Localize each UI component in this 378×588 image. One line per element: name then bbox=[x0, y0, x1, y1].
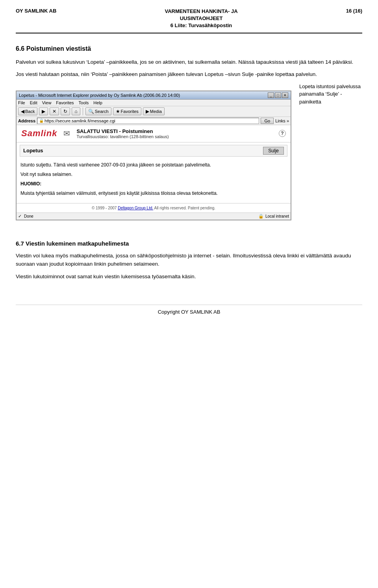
home-button[interactable]: ⌂ bbox=[72, 107, 80, 115]
refresh-icon: ↻ bbox=[63, 109, 67, 114]
page-footer: Copyright OY SAMLINK AB bbox=[16, 305, 362, 315]
section-6-7-para2: Viestin lukutoiminnot ovat samat kuin vi… bbox=[16, 272, 362, 281]
close-button[interactable]: ✕ bbox=[282, 92, 288, 98]
forward-icon: ▶ bbox=[42, 109, 45, 114]
status-intranet: Local intranet bbox=[265, 214, 289, 218]
browser-statusbar: ✓ Done 🔒 Local intranet bbox=[17, 213, 291, 220]
browser-addressbar: Address 🔒 https://secure.samlink.fi/mess… bbox=[17, 117, 291, 125]
menu-tools[interactable]: Tools bbox=[79, 100, 89, 105]
address-value: https://secure.samlink.fi/message.cgi bbox=[44, 118, 115, 123]
section-6-7-heading: 6.7 Viestin lukeminen matkapuhelimesta bbox=[16, 240, 362, 247]
content-line1: Istunto suljettu. Tämä viesti vanhenee 2… bbox=[20, 161, 287, 168]
header-center: VARMENTEEN HANKINTA- JA UUSINTAOHJEET 6 … bbox=[165, 8, 237, 30]
media-button[interactable]: ▶ Media bbox=[143, 107, 165, 115]
page-header: OY SAMLINK AB VARMENTEEN HANKINTA- JA UU… bbox=[16, 8, 362, 33]
browser-title-text: Lopetus - Microsoft Internet Explorer pr… bbox=[19, 93, 180, 98]
side-note: Lopeta istuntosi palvelussa painamalla ‘… bbox=[299, 83, 362, 106]
media-label: Media bbox=[150, 109, 162, 114]
favorites-label: Favorites bbox=[121, 109, 139, 114]
search-icon: 🔍 bbox=[88, 109, 94, 114]
lopetus-title: Lopetus bbox=[23, 148, 43, 153]
lock-icon: 🔒 bbox=[39, 118, 44, 123]
forward-button[interactable]: ▶ bbox=[39, 107, 48, 115]
status-done: Done bbox=[24, 214, 33, 218]
browser-inner-content: Istunto suljettu. Tämä viesti vanhenee 2… bbox=[17, 159, 291, 202]
stop-icon: ✕ bbox=[52, 109, 56, 114]
browser-window: Lopetus - Microsoft Internet Explorer pr… bbox=[16, 91, 291, 220]
home-icon: ⌂ bbox=[74, 109, 77, 114]
browser-footer: © 1999 - 2007 Deltagon Group Ltd. All ri… bbox=[17, 203, 291, 213]
samlink-header: Samlink ✉ SALATTU VIESTI - Poistuminen T… bbox=[17, 125, 291, 142]
section-6-6-heading: 6.6 Poistuminen viestistä bbox=[16, 45, 362, 52]
content-line2: Voit nyt sulkea selaimen. bbox=[20, 171, 287, 178]
envelope-icon: ✉ bbox=[63, 129, 70, 138]
favorites-button[interactable]: ★ Favorites bbox=[113, 107, 141, 115]
menu-help[interactable]: Help bbox=[93, 100, 102, 105]
toolbar-separator bbox=[83, 107, 83, 115]
maximize-button[interactable]: □ bbox=[275, 92, 281, 98]
msg-info: SALATTU VIESTI - Poistuminen Turvallisuu… bbox=[76, 128, 272, 139]
status-lock-icon: 🔒 bbox=[258, 214, 264, 219]
search-button[interactable]: 🔍 Search bbox=[85, 107, 111, 115]
help-button[interactable]: ? bbox=[279, 130, 286, 137]
footer-link[interactable]: Deltagon Group Ltd. bbox=[118, 206, 153, 210]
footer-copy: © 1999 - 2007 bbox=[92, 206, 118, 210]
done-icon: ✓ bbox=[18, 214, 22, 219]
back-label: Back bbox=[25, 109, 35, 114]
samlink-logo: Samlink bbox=[21, 128, 57, 139]
browser-titlebar: Lopetus - Microsoft Internet Explorer pr… bbox=[17, 91, 291, 100]
header-right: 16 (16) bbox=[346, 8, 362, 14]
favorites-icon: ★ bbox=[116, 109, 120, 114]
search-label: Search bbox=[95, 109, 109, 114]
back-icon: ◀ bbox=[21, 109, 24, 114]
menu-view[interactable]: View bbox=[42, 100, 52, 105]
section-6-7-para1: Viestin voi lukea myös matkapuhelimesta,… bbox=[16, 251, 362, 268]
section-6-6-para1: Palvelun voi sulkea lukusivun ‘Lopeta’ –… bbox=[16, 58, 362, 67]
go-button[interactable]: Go bbox=[261, 118, 274, 124]
stop-button[interactable]: ✕ bbox=[50, 107, 59, 115]
menu-favorites[interactable]: Favorites bbox=[56, 100, 74, 105]
address-label: Address bbox=[18, 118, 35, 123]
links-button[interactable]: Links » bbox=[275, 118, 289, 123]
sulje-button[interactable]: Sulje bbox=[263, 147, 284, 155]
msg-title: SALATTU VIESTI - Poistuminen bbox=[76, 128, 272, 134]
huomio-text: Muista tyhjentää selaimen välimuisti, er… bbox=[20, 190, 287, 197]
header-left: OY SAMLINK AB bbox=[16, 8, 56, 14]
lopetus-bar: Lopetus Sulje bbox=[20, 145, 287, 157]
menu-edit[interactable]: Edit bbox=[30, 100, 37, 105]
msg-subtitle: Turvallisuustaso: tavallinen (128-bittin… bbox=[76, 134, 272, 139]
back-button[interactable]: ◀ Back bbox=[18, 107, 37, 115]
footer-rights: All rights reserved. Patent pending. bbox=[153, 206, 215, 210]
section-6-6-para2: Jos viesti halutaan poistaa, niin ‘Poist… bbox=[16, 70, 362, 79]
browser-menubar: File Edit View Favorites Tools Help bbox=[17, 100, 291, 106]
refresh-button[interactable]: ↻ bbox=[61, 107, 70, 115]
browser-toolbar: ◀ Back ▶ ✕ ↻ ⌂ 🔍 Search bbox=[17, 106, 291, 117]
menu-file[interactable]: File bbox=[18, 100, 25, 105]
huomio-label: HUOMIO: bbox=[20, 180, 287, 187]
address-input[interactable]: 🔒 https://secure.samlink.fi/message.cgi bbox=[37, 118, 259, 124]
browser-content: Samlink ✉ SALATTU VIESTI - Poistuminen T… bbox=[17, 125, 291, 213]
media-icon: ▶ bbox=[146, 109, 149, 114]
minimize-button[interactable]: _ bbox=[268, 92, 274, 98]
